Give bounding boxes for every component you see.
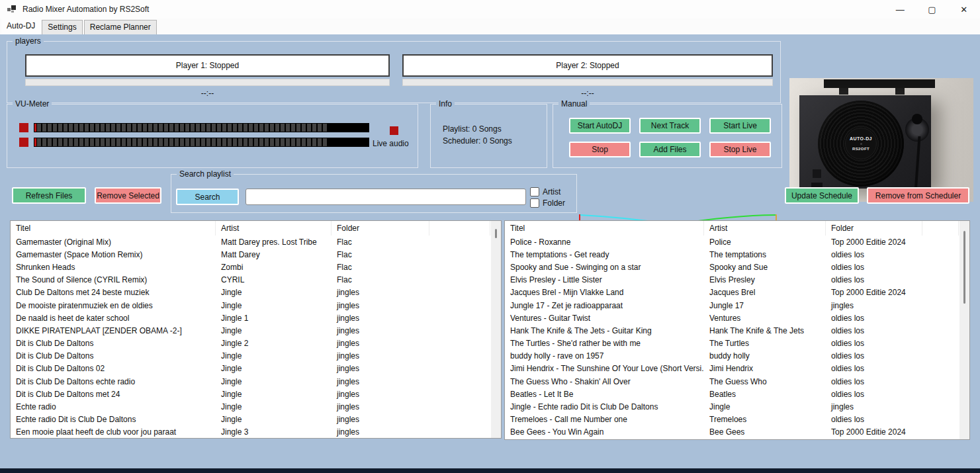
- table-cell: Top 2000 Editie 2024: [826, 237, 922, 247]
- add-files-button[interactable]: Add Files: [639, 142, 701, 157]
- table-row[interactable]: The Turtles - She'd rather be with meThe…: [505, 337, 969, 350]
- table-cell: Jingle 3: [216, 427, 332, 437]
- start-autodj-button[interactable]: Start AutoDJ: [569, 118, 631, 134]
- column-header[interactable]: Titel: [505, 221, 704, 236]
- table-cell: Jingle: [216, 326, 332, 335]
- player1-display[interactable]: Player 1: Stopped: [25, 54, 390, 77]
- next-track-button[interactable]: Next Track: [639, 118, 701, 134]
- column-header[interactable]: Artist: [216, 221, 332, 236]
- stop-live-button[interactable]: Stop Live: [709, 142, 771, 157]
- table-row[interactable]: Ventures - Guitar TwistVenturesoldies lo…: [505, 312, 969, 324]
- table-row[interactable]: De mooiste piratenmuziek en de oldiesJin…: [11, 299, 501, 312]
- table-cell: Tremeloes - Call me Number one: [505, 415, 704, 424]
- player2-display[interactable]: Player 2: Stopped: [402, 54, 773, 77]
- remove-selected-button[interactable]: Remove Selected: [95, 187, 161, 204]
- table-row[interactable]: Jimi Hendrix - The Sunshine Of Your Love…: [505, 363, 969, 375]
- table-cell: Gamemaster (Space Motion Remix): [11, 250, 216, 259]
- tab-auto-dj[interactable]: Auto-DJ: [1, 18, 40, 34]
- minimize-button[interactable]: —: [884, 0, 916, 19]
- library-table-scrollbar[interactable]: [491, 221, 501, 438]
- table-cell: Dit is Club De Daltons met 24: [11, 390, 216, 399]
- scrollbar-thumb[interactable]: [495, 229, 497, 238]
- table-row[interactable]: Police - RoxannePoliceTop 2000 Editie 20…: [505, 236, 969, 248]
- table-row[interactable]: Spooky and Sue - Swinging on a starSpook…: [505, 261, 969, 273]
- table-cell: jingles: [332, 415, 429, 424]
- artist-filter: Artist: [530, 187, 560, 196]
- scheduler-count: Scheduler: 0 Songs: [443, 136, 512, 146]
- column-header[interactable]: Artist: [704, 221, 826, 236]
- table-cell: Police - Roxanne: [505, 237, 704, 247]
- player1-time: --:--: [25, 89, 390, 98]
- live-audio-label: Live audio: [373, 139, 409, 148]
- table-row[interactable]: Dit is Club De Daltons 02Jinglejingles: [11, 363, 501, 375]
- table-row[interactable]: Dit is Club De Daltons echte radioJingle…: [11, 375, 501, 388]
- column-header[interactable]: Titel: [11, 221, 216, 236]
- column-header[interactable]: [429, 221, 490, 236]
- table-row[interactable]: Een mooie plaat heeft de club voor jou p…: [11, 426, 501, 439]
- table-row[interactable]: Gamemaster (Original Mix)Matt Darey pres…: [11, 236, 501, 248]
- search-input[interactable]: [245, 189, 526, 205]
- search-playlist-group: Search playlist Search Artist Folder: [171, 174, 577, 213]
- players-group-label: players: [13, 36, 44, 46]
- table-row[interactable]: Dit is Club De DaltonsJingle 2jingles: [11, 337, 501, 350]
- maximize-button[interactable]: ▢: [916, 0, 948, 19]
- table-row[interactable]: Shrunken HeadsZombiFlac: [11, 261, 501, 273]
- table-cell: Matt Darey: [216, 250, 332, 259]
- table-row[interactable]: Jingle - Echte radio Dit is Club De Dalt…: [505, 400, 969, 413]
- remove-from-scheduler-button[interactable]: Remove from Scheduler: [867, 187, 969, 204]
- refresh-files-button[interactable]: Refresh Files: [12, 187, 86, 204]
- close-button[interactable]: ✕: [948, 0, 980, 19]
- tab-settings[interactable]: Settings: [42, 20, 82, 34]
- scrollbar-thumb[interactable]: [963, 231, 965, 304]
- table-cell: Jingle: [216, 402, 332, 411]
- update-schedule-button[interactable]: Update Schedule: [785, 187, 859, 204]
- table-row[interactable]: Jungle 17 - Zet je radioapparaatJungle 1…: [505, 299, 969, 312]
- table-row[interactable]: Gamemaster (Space Motion Remix)Matt Dare…: [11, 248, 501, 261]
- folder-checkbox-label: Folder: [543, 198, 565, 208]
- table-cell: Bee Gees: [704, 427, 826, 437]
- table-cell: jingles: [332, 364, 429, 373]
- table-row[interactable]: The Sound of Silence (CYRIL Remix)CYRILF…: [11, 274, 501, 286]
- column-header[interactable]: [922, 221, 959, 236]
- table-row[interactable]: Bee Gees - You Win AgainBee GeesTop 2000…: [505, 426, 969, 439]
- playlist-count: Playlist: 0 Songs: [443, 124, 502, 134]
- window-title: Radio Mixer Automation by RS2Soft: [22, 5, 149, 14]
- table-row[interactable]: Club De Daltons met 24 beste muziekJingl…: [11, 286, 501, 299]
- column-header[interactable]: Folder: [826, 221, 922, 236]
- tab-reclame-planner[interactable]: Reclame Planner: [84, 20, 157, 34]
- table-row[interactable]: Beatles - Let It BeBeatlesoldies los: [505, 388, 969, 400]
- table-row[interactable]: buddy holly - rave on 1957buddy hollyold…: [505, 350, 969, 363]
- table-row[interactable]: Echte radioJinglejingles: [11, 400, 501, 413]
- stop-button[interactable]: Stop: [569, 142, 631, 157]
- manual-group: Manual Start AutoDJ Next Track Start Liv…: [553, 104, 782, 168]
- table-row[interactable]: The Guess Who - Shakin' All OverThe Gues…: [505, 375, 969, 388]
- table-row[interactable]: The temptations - Get readyThe temptatio…: [505, 248, 969, 261]
- tonearm-counterweight: [912, 114, 922, 124]
- table-cell: The temptations - Get ready: [505, 250, 704, 259]
- table-row[interactable]: De naald is heet de kater schoolJingle 1…: [11, 312, 501, 324]
- table-row[interactable]: Dit is Club De DaltonsJinglejingles: [11, 350, 501, 363]
- table-cell: Jingle: [216, 415, 332, 424]
- column-header[interactable]: Folder: [332, 221, 429, 236]
- table-cell: Jacques Brel - Mijn Vlakke Land: [505, 288, 704, 297]
- window-controls: — ▢ ✕: [884, 0, 980, 19]
- table-cell: The Turtles - She'd rather be with me: [505, 339, 704, 348]
- start-live-button[interactable]: Start Live: [709, 118, 771, 134]
- table-cell: buddy holly - rave on 1957: [505, 351, 704, 361]
- artist-checkbox[interactable]: [530, 187, 539, 196]
- table-row[interactable]: Tremeloes - Call me Number oneTremeloeso…: [505, 413, 969, 426]
- table-cell: Ventures - Guitar Twist: [505, 314, 704, 323]
- vu-meter-segments: [37, 138, 328, 146]
- table-cell: oldies los: [826, 263, 922, 272]
- search-button[interactable]: Search: [176, 189, 239, 205]
- table-row[interactable]: Dit is Club De Daltons met 24Jinglejingl…: [11, 388, 501, 400]
- folder-checkbox[interactable]: [530, 198, 539, 208]
- table-row[interactable]: DIKKE PIRATENPLAAT [ZENDER OBAMA -2-]Jin…: [11, 324, 501, 337]
- table-cell: buddy holly: [704, 351, 826, 361]
- table-row[interactable]: Echte radio Dit is Club De DaltonsJingle…: [11, 413, 501, 426]
- table-row[interactable]: Jacques Brel - Mijn Vlakke LandJacques B…: [505, 286, 969, 299]
- table-row[interactable]: Hank The Knife & The Jets - Guitar KingH…: [505, 324, 969, 337]
- scheduler-table-scrollbar[interactable]: [959, 221, 969, 439]
- player2-time: --:--: [402, 89, 773, 98]
- table-row[interactable]: Elvis Presley - Little SisterElvis Presl…: [505, 274, 969, 286]
